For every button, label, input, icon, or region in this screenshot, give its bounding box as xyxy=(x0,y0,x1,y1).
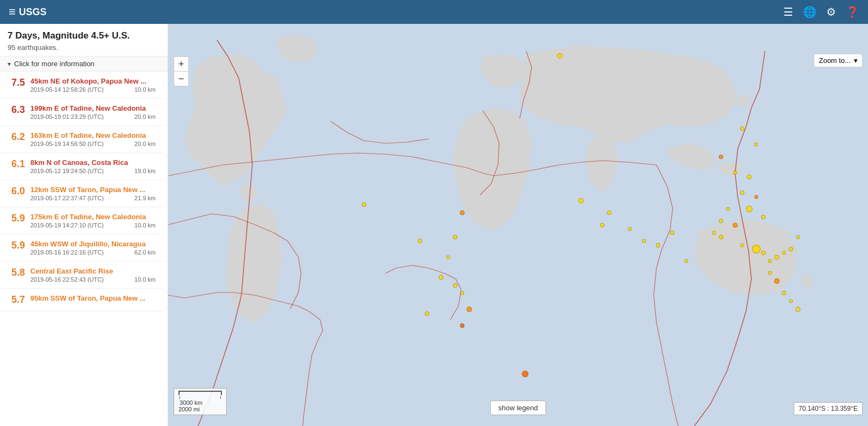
sidebar-count: 95 earthquakes. xyxy=(8,43,160,52)
sidebar: 7 Days, Magnitude 4.5+ U.S. 95 earthquak… xyxy=(0,24,168,426)
earthquake-meta: 2019-05-14 12:58:26 (UTC)10.0 km xyxy=(30,86,156,93)
earthquake-depth: 62.0 km xyxy=(135,249,156,256)
world-map-svg xyxy=(168,24,868,426)
earthquake-date: 2019-05-19 14:27:10 (UTC) xyxy=(30,222,104,228)
earthquake-meta: 2019-05-19 14:56:50 (UTC)20.0 km xyxy=(30,141,156,147)
earthquake-meta: 2019-05-19 14:27:10 (UTC)10.0 km xyxy=(30,222,156,228)
earthquake-magnitude: 6.2 xyxy=(8,131,25,143)
gear-icon[interactable]: ⚙ xyxy=(826,5,836,18)
earthquake-title: 175km E of Tadine, New Caledonia xyxy=(30,213,156,221)
list-item[interactable]: 5.8Central East Pacific Rise2019-05-16 2… xyxy=(0,262,163,289)
earthquake-magnitude: 6.0 xyxy=(8,186,25,197)
globe-icon[interactable]: 🌐 xyxy=(803,5,816,18)
usgs-logo-icon: ≡ xyxy=(9,5,16,19)
show-legend-button[interactable]: show legend xyxy=(490,400,546,415)
list-item[interactable]: 5.795km SSW of Taron, Papua New ... xyxy=(0,289,163,311)
usgs-logo-text: USGS xyxy=(19,7,47,18)
earthquake-depth: 20.0 km xyxy=(135,141,156,147)
earthquake-magnitude: 6.1 xyxy=(8,158,25,170)
info-bar[interactable]: ▾ Click for more information xyxy=(0,56,168,72)
earthquake-title: 199km E of Tadine, New Caledonia xyxy=(30,104,156,112)
help-icon[interactable]: ❓ xyxy=(846,5,859,18)
scale-bar: 3000 km 2000 mi xyxy=(174,388,227,415)
earthquake-title: 45km NE of Kokopo, Papua New ... xyxy=(30,77,156,85)
earthquake-depth: 10.0 km xyxy=(135,86,156,93)
zoom-in-button[interactable]: + xyxy=(174,57,188,71)
zoom-to-dropdown[interactable]: Zoom to... ▾ xyxy=(814,54,863,67)
main-content: 7 Days, Magnitude 4.5+ U.S. 95 earthquak… xyxy=(0,24,868,426)
earthquake-title: 8km N of Canoas, Costa Rica xyxy=(30,158,156,167)
earthquake-magnitude: 5.8 xyxy=(8,267,25,278)
earthquake-title: Central East Pacific Rise xyxy=(30,267,156,275)
earthquake-date: 2019-05-12 19:24:50 (UTC) xyxy=(30,168,104,174)
list-item[interactable]: 6.18km N of Canoas, Costa Rica2019-05-12… xyxy=(0,153,163,180)
earthquake-date: 2019-05-17 22:37:47 (UTC) xyxy=(30,195,104,201)
sidebar-title: 7 Days, Magnitude 4.5+ U.S. xyxy=(8,30,160,41)
earthquake-meta: 2019-05-12 19:24:50 (UTC)19.0 km xyxy=(30,168,156,174)
list-item[interactable]: 6.012km SSW of Taron, Papua New ...2019-… xyxy=(0,180,163,207)
earthquake-list: 7.545km NE of Kokopo, Papua New ...2019-… xyxy=(0,72,168,426)
list-item[interactable]: 6.2163km E of Tadine, New Caledonia2019-… xyxy=(0,126,163,153)
earthquake-title: 12km SSW of Taron, Papua New ... xyxy=(30,186,156,194)
earthquake-magnitude: 5.9 xyxy=(8,240,25,251)
earthquake-date: 2019-05-16 22:52:43 (UTC) xyxy=(30,276,104,283)
list-icon[interactable]: ☰ xyxy=(783,5,793,18)
earthquake-title: 163km E of Tadine, New Caledonia xyxy=(30,131,156,139)
chevron-down-icon: ▾ xyxy=(854,56,858,65)
earthquake-depth: 20.0 km xyxy=(135,113,156,120)
earthquake-meta: 2019-05-17 22:37:47 (UTC)21.9 km xyxy=(30,195,156,201)
zoom-controls: + − xyxy=(174,56,189,86)
earthquake-magnitude: 7.5 xyxy=(8,77,25,88)
coordinates-display: 70.140°S : 13.359°E xyxy=(794,402,863,415)
info-bar-label: Click for more information xyxy=(14,60,94,68)
earthquake-depth: 10.0 km xyxy=(135,276,156,283)
list-item[interactable]: 6.3199km E of Tadine, New Caledonia2019-… xyxy=(0,99,163,126)
earthquake-depth: 19.0 km xyxy=(135,168,156,174)
earthquake-depth: 21.9 km xyxy=(135,195,156,201)
zoom-out-button[interactable]: − xyxy=(174,72,188,86)
list-item[interactable]: 7.545km NE of Kokopo, Papua New ...2019-… xyxy=(0,72,163,99)
earthquake-meta: 2019-05-16 16:22:16 (UTC)62.0 km xyxy=(30,249,156,256)
earthquake-magnitude: 6.3 xyxy=(8,104,25,116)
earthquake-title: 95km SSW of Taron, Papua New ... xyxy=(30,294,156,302)
earthquake-depth: 10.0 km xyxy=(135,222,156,228)
earthquake-title: 45km WSW of Jiquilillo, Nicaragua xyxy=(30,240,156,248)
usgs-logo: ≡ USGS xyxy=(9,5,47,19)
list-item[interactable]: 5.945km WSW of Jiquilillo, Nicaragua2019… xyxy=(0,234,163,262)
sidebar-header: 7 Days, Magnitude 4.5+ U.S. 95 earthquak… xyxy=(0,24,168,56)
earthquake-date: 2019-05-19 01:23:29 (UTC) xyxy=(30,113,104,120)
earthquake-date: 2019-05-14 12:58:26 (UTC) xyxy=(30,86,104,93)
map-area[interactable]: + − Zoom to... ▾ 3000 km 2000 mi show le… xyxy=(168,24,868,426)
list-item[interactable]: 5.9175km E of Tadine, New Caledonia2019-… xyxy=(0,207,163,234)
earthquake-date: 2019-05-19 14:56:50 (UTC) xyxy=(30,141,104,147)
header-icons: ☰ 🌐 ⚙ ❓ xyxy=(783,5,859,18)
earthquake-magnitude: 5.7 xyxy=(8,294,25,306)
earthquake-meta: 2019-05-16 22:52:43 (UTC)10.0 km xyxy=(30,276,156,283)
earthquake-meta: 2019-05-19 01:23:29 (UTC)20.0 km xyxy=(30,113,156,120)
scale-km: 3000 km xyxy=(180,399,221,406)
zoom-to-label: Zoom to... xyxy=(819,56,851,65)
chevron-down-icon: ▾ xyxy=(8,60,11,68)
earthquake-date: 2019-05-16 16:22:16 (UTC) xyxy=(30,249,104,256)
earthquake-magnitude: 5.9 xyxy=(8,213,25,224)
header: ≡ USGS ☰ 🌐 ⚙ ❓ xyxy=(0,0,868,24)
scale-mi: 2000 mi xyxy=(178,406,222,412)
